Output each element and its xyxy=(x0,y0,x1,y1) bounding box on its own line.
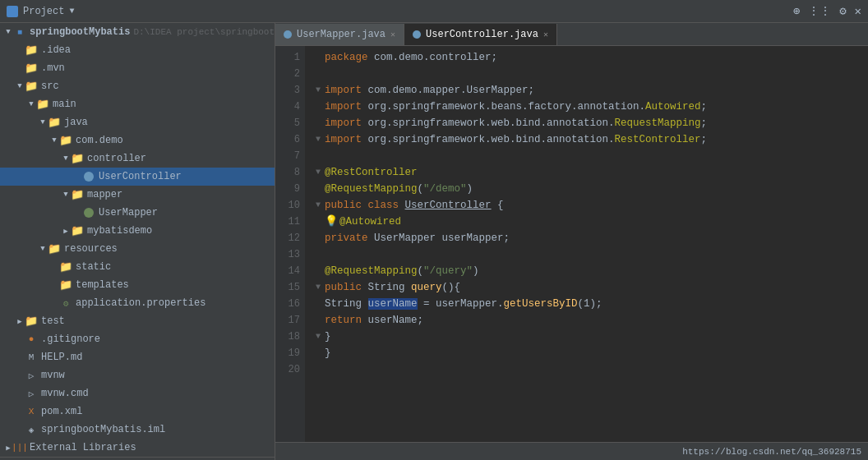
sidebar-item-resources[interactable]: ▼📁resources xyxy=(0,240,275,258)
icon-extlibs: ||| xyxy=(13,442,26,453)
sidebar-item-iml[interactable]: ◈springbootMybatis.iml xyxy=(0,421,275,439)
line-num-2: 2 xyxy=(275,66,300,82)
icon-resources: 📁 xyxy=(48,243,61,255)
tab-usercontroller[interactable]: UserController.java ✕ xyxy=(404,24,557,45)
code-content[interactable]: package com.demo.controller;▼import com.… xyxy=(305,46,868,442)
token: private xyxy=(325,232,368,244)
sidebar-item-templates[interactable]: 📁templates xyxy=(0,276,275,294)
token: public xyxy=(325,200,362,211)
close-icon[interactable]: ✕ xyxy=(855,4,861,18)
label-mapper: mapper xyxy=(87,189,122,200)
token: org.springframework.beans.factory.annota… xyxy=(362,101,645,113)
code-line-8: ▼@RestController xyxy=(312,164,868,181)
token: UserMapper userMapper; xyxy=(368,232,510,244)
fold-15[interactable]: ▼ xyxy=(312,279,325,296)
sidebar-footer[interactable]: ■ Scratches and Consoles xyxy=(0,457,275,460)
icon-mvn: 📁 xyxy=(25,62,38,74)
sidebar-item-static[interactable]: 📁static xyxy=(0,258,275,276)
sidebar-item-appprops[interactable]: ⚙application.properties xyxy=(0,294,275,312)
icon-pomxml: X xyxy=(25,406,38,417)
sidebar-item-controller[interactable]: ▼📁controller xyxy=(0,150,275,168)
token: RequestMapping xyxy=(615,117,701,129)
arrow-controller: ▼ xyxy=(61,154,71,163)
sidebar-item-usermapper[interactable]: UserMapper xyxy=(0,204,275,222)
sidebar-item-mapper[interactable]: ▼📁mapper xyxy=(0,186,275,204)
token: @RequestMapping xyxy=(325,265,418,277)
line-num-6: 6 xyxy=(275,131,300,148)
sidebar: ▼ ■ springbootMybatis D:\IDEA project\sp… xyxy=(0,23,275,460)
icon-usercontroller xyxy=(82,171,95,182)
code-text-8: @RestController xyxy=(325,164,868,181)
code-line-1: package com.demo.controller; xyxy=(312,49,868,66)
label-static: static xyxy=(76,261,111,273)
icon-templates: 📁 xyxy=(59,279,72,291)
sidebar-item-comdemo[interactable]: ▼📁com.demo xyxy=(0,131,275,150)
token: org.springframework.web.bind.annotation. xyxy=(362,117,615,129)
arrow-java: ▼ xyxy=(38,118,48,126)
token: "/demo" xyxy=(423,183,467,195)
usermapper-tab-close[interactable]: ✕ xyxy=(390,30,395,39)
tab-usermapper[interactable]: UserMapper.java ✕ xyxy=(275,24,404,45)
arrow-mapper: ▼ xyxy=(61,191,71,199)
root-label: springbootMybatis xyxy=(30,26,130,38)
title-bar-icons: ⊕ ⋮⋮ ⚙ ✕ xyxy=(793,4,861,18)
token: RestController xyxy=(615,134,701,145)
sidebar-item-mvnw[interactable]: ▷mvnw xyxy=(0,366,275,384)
token: @RestController xyxy=(325,167,418,178)
sidebar-item-test[interactable]: ▶📁test xyxy=(0,312,275,330)
code-line-19: } xyxy=(312,345,868,361)
token: import xyxy=(325,134,362,145)
fold-8[interactable]: ▼ xyxy=(312,164,325,181)
label-main: main xyxy=(53,99,76,110)
label-extlibs: External Libraries xyxy=(30,442,136,453)
fold-10[interactable]: ▼ xyxy=(312,197,325,214)
code-editor: 1234567891011121314151617181920 package … xyxy=(275,46,868,442)
token: @RequestMapping xyxy=(325,183,418,195)
code-line-16: String userName = userMapper.getUsersByI… xyxy=(312,296,868,312)
line-num-3: 3 xyxy=(275,82,300,99)
line-num-15: 15 xyxy=(275,279,300,296)
sidebar-item-helpmd[interactable]: MHELP.md xyxy=(0,348,275,366)
bulb-11[interactable]: 💡 xyxy=(325,214,338,230)
url-label: https://blog.csdn.net/qq_36928715 xyxy=(682,447,861,457)
token: ) xyxy=(473,265,479,277)
title-dropdown-icon[interactable]: ▼ xyxy=(69,7,74,16)
icon-controller: 📁 xyxy=(71,153,84,164)
sidebar-item-java[interactable]: ▼📁java xyxy=(0,113,275,131)
token: ; xyxy=(701,134,708,145)
project-icon xyxy=(7,6,18,17)
usercontroller-tab-label: UserController.java xyxy=(426,29,538,40)
sync-icon[interactable]: ⊕ xyxy=(793,4,800,18)
sidebar-item-mvn[interactable]: 📁.mvn xyxy=(0,59,275,77)
sidebar-item-idea[interactable]: 📁.idea xyxy=(0,41,275,59)
sidebar-item-mvnwcmd[interactable]: ▷mvnw.cmd xyxy=(0,384,275,402)
settings-icon[interactable]: ⚙ xyxy=(839,4,846,18)
line-num-17: 17 xyxy=(275,312,300,329)
line-num-19: 19 xyxy=(275,345,300,361)
sidebar-item-pomxml[interactable]: Xpom.xml xyxy=(0,402,275,421)
sidebar-item-mybatisdemo[interactable]: ▶📁mybatisdemo xyxy=(0,222,275,240)
arrow-comdemo: ▼ xyxy=(49,136,59,145)
fold-3[interactable]: ▼ xyxy=(312,82,325,99)
usercontroller-tab-close[interactable]: ✕ xyxy=(543,30,548,39)
label-mvnwcmd: mvnw.cmd xyxy=(41,388,89,399)
layout-icon[interactable]: ⋮⋮ xyxy=(808,4,831,18)
sidebar-item-usercontroller[interactable]: UserController xyxy=(0,168,275,186)
editor-area: UserMapper.java ✕ UserController.java ✕ … xyxy=(275,23,868,460)
sidebar-root[interactable]: ▼ ■ springbootMybatis D:\IDEA project\sp… xyxy=(0,23,275,41)
label-src: src xyxy=(41,80,59,92)
token: String xyxy=(362,282,411,293)
fold-6[interactable]: ▼ xyxy=(312,131,325,148)
sidebar-item-main[interactable]: ▼📁main xyxy=(0,95,275,113)
label-java: java xyxy=(64,117,88,128)
sidebar-item-extlibs[interactable]: ▶|||External Libraries xyxy=(0,439,275,457)
sidebar-item-gitignore[interactable]: ●.gitignore xyxy=(0,330,275,348)
line-num-18: 18 xyxy=(275,329,300,345)
code-line-17: return userName; xyxy=(312,312,868,329)
fold-18[interactable]: ▼ xyxy=(312,329,325,345)
label-controller: controller xyxy=(87,153,146,164)
root-path: D:\IDEA project\springbootM xyxy=(133,27,275,37)
sidebar-item-src[interactable]: ▼📁src xyxy=(0,77,275,95)
code-text-15: public String query(){ xyxy=(325,279,868,296)
token: } xyxy=(325,331,331,343)
